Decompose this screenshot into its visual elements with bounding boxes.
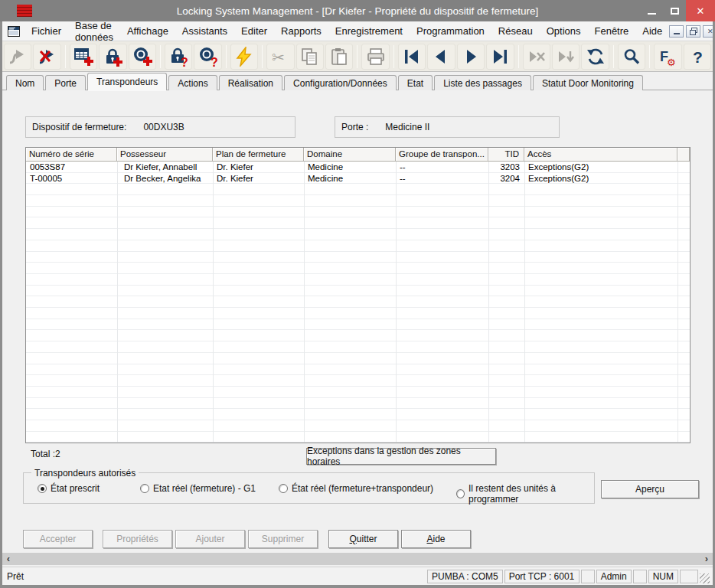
toolbar-separator [65,45,66,68]
print-button[interactable] [361,44,389,70]
menu-fichier[interactable]: Fichier [24,22,68,40]
tab-transpondeurs[interactable]: Transpondeurs [87,73,167,90]
menu-options[interactable]: Options [540,22,588,40]
tab-etat[interactable]: Etat [398,75,433,90]
window-border-bottom [0,585,715,588]
col-plan-de-fermeture[interactable]: Plan de fermeture [213,148,304,162]
svg-text:?: ? [693,48,703,66]
total-count-label: Total :2 [31,449,60,459]
exceptions-time-zones-button[interactable]: Exceptions dans la gestion des zones hor… [306,448,496,465]
filter-settings-button[interactable]: F⚙ [654,44,681,70]
save-record-button[interactable] [552,44,580,70]
read-transponder-button[interactable]: ? [194,44,221,70]
col-possesseur[interactable]: Possesseur [117,148,213,162]
col-tid[interactable]: TID [488,148,524,162]
menu-editer[interactable]: Editer [234,22,274,40]
status-empty-panel [581,570,595,583]
cell-plan: Dr. Kiefer [213,162,304,173]
mdi-minimize-button[interactable] [669,25,684,38]
menu-affichage[interactable]: Affichage [120,22,175,40]
help-icon: ? [687,47,707,67]
window-title: Locking System Management - [Dr Kiefer -… [0,5,715,17]
document-icon [8,26,20,37]
status-empty-panel [680,570,698,583]
menu-enregistrement[interactable]: Enregistrement [328,22,410,40]
menu-rapports[interactable]: Rapports [274,22,328,40]
radio-icon[interactable] [140,484,149,493]
cut-button[interactable]: ✂ [266,44,294,70]
next-record-button[interactable] [457,44,485,70]
cancel-navigation-button[interactable] [523,44,550,70]
radio-etat-prescrit[interactable]: État prescrit [38,483,100,494]
radio-icon[interactable] [456,489,465,498]
previous-record-icon [431,47,451,67]
mdi-restore-button[interactable] [686,25,700,38]
status-bar: Prêt PUMBA : COM5 Port TCP : 6001 Admin … [2,567,713,585]
first-record-icon [402,47,422,67]
menu-fenetre[interactable]: Fenêtre [587,22,635,40]
menu-reseau[interactable]: Réseau [491,22,540,40]
col-domaine[interactable]: Domaine [304,148,396,162]
toolbar-separator [649,45,650,68]
table-row[interactable]: 0053S87 Dr Kiefer, Annabell Dr. Kiefer M… [26,162,690,173]
cell-tid: 3203 [488,162,524,173]
tab-configuration-donnees[interactable]: Configuration/Données [284,75,397,90]
ajouter-button[interactable]: Ajouter [175,530,245,548]
tab-nom[interactable]: Nom [6,75,44,90]
new-transponder-button[interactable] [129,44,156,70]
radio-icon[interactable] [279,484,288,493]
maximize-button[interactable] [663,0,686,21]
program-button[interactable] [230,44,258,70]
first-record-button[interactable] [398,44,426,70]
column-divider [396,162,397,443]
tab-porte[interactable]: Porte [45,75,86,90]
menu-programmation[interactable]: Programmation [410,22,491,40]
login-button[interactable] [4,44,31,70]
door-label: Porte : [341,122,368,132]
table-body: 0053S87 Dr Kiefer, Annabell Dr. Kiefer M… [26,162,690,443]
tab-realisation[interactable]: Réalisation [219,75,282,90]
close-button[interactable]: ✕ [686,0,715,21]
radio-etat-reel-fermeture-transpondeur[interactable]: État réel (fermeture+transpondeur) [279,483,433,494]
status-user-panel: Admin [596,570,632,583]
scroll-right-icon[interactable]: › [700,554,713,564]
column-divider [488,162,489,443]
horizontal-scrollbar[interactable]: ‹ › [2,553,713,565]
col-acces[interactable]: Accès [524,148,677,162]
copy-button[interactable] [296,44,324,70]
toolbar-separator [160,45,161,68]
logout-button[interactable] [33,44,60,70]
radio-icon[interactable] [38,484,47,493]
radio-etat-reel-fermeture-g1[interactable]: Etat réel (fermeture) - G1 [140,483,256,494]
scroll-left-icon[interactable]: ‹ [2,554,15,564]
new-lock-button[interactable] [99,44,126,70]
radio-unites-a-programmer[interactable]: Il restent des unités à programmer [456,483,594,505]
paste-button[interactable] [325,44,353,70]
read-lock-button[interactable]: ? [165,44,192,70]
tab-actions[interactable]: Actions [168,75,217,90]
tab-statut-door-monitoring[interactable]: Statut Door Monitoring [533,75,643,90]
supprimer-button[interactable]: Supprimer [248,530,318,548]
door-value: Medicine II [385,122,429,132]
menu-aide[interactable]: Aide [635,22,669,40]
minimize-button[interactable] [640,0,663,21]
previous-record-button[interactable] [427,44,455,70]
col-numero-de-serie[interactable]: Numéro de série [26,148,117,162]
proprietes-button[interactable]: Propriétés [103,530,172,548]
search-button[interactable] [618,44,645,70]
aide-button[interactable]: Aide [401,530,471,548]
resize-grip[interactable] [700,573,710,583]
quitter-button[interactable]: Quitter [328,530,398,548]
filter-settings-icon: F⚙ [658,47,677,67]
tab-liste-des-passages[interactable]: Liste des passages [434,75,531,90]
app-window: Locking System Management - [Dr Kiefer -… [0,0,715,588]
apercu-button[interactable]: Aperçu [601,480,699,498]
col-groupe-de-transpondeurs[interactable]: Groupe de transpon... [396,148,488,162]
last-record-button[interactable] [486,44,514,70]
new-locking-plan-button[interactable] [70,44,97,70]
table-row[interactable]: T-00005 Dr Becker, Angelika Dr. Kiefer M… [26,173,690,185]
help-button[interactable]: ? [684,44,711,70]
accepter-button[interactable]: Accepter [23,530,93,548]
menu-assistants[interactable]: Assistants [175,22,234,40]
refresh-button[interactable] [581,44,609,70]
